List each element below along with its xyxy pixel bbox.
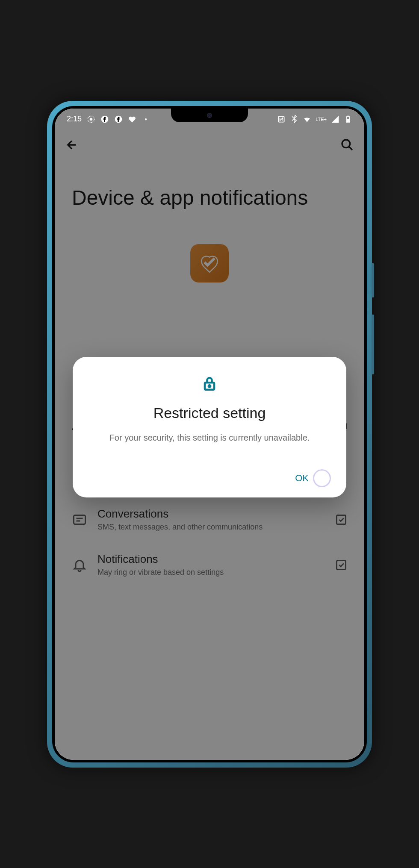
network-label: LTE+ bbox=[316, 117, 327, 122]
facebook-icon bbox=[100, 115, 109, 124]
heart-icon bbox=[128, 115, 136, 124]
battery-icon bbox=[344, 115, 352, 124]
svg-point-14 bbox=[209, 385, 210, 387]
lock-icon bbox=[88, 374, 331, 393]
screen: 2:15 ● bbox=[55, 109, 364, 760]
touch-indicator bbox=[313, 469, 331, 487]
clock: 2:15 bbox=[67, 115, 82, 124]
svg-point-1 bbox=[90, 118, 93, 121]
front-camera bbox=[207, 113, 212, 118]
signal-icon bbox=[331, 115, 339, 124]
ok-button[interactable]: OK bbox=[295, 473, 309, 484]
phone-inner: 2:15 ● bbox=[52, 106, 367, 762]
dialog-message: For your security, this setting is curre… bbox=[88, 432, 331, 444]
screenshot-icon bbox=[87, 115, 95, 124]
svg-rect-7 bbox=[347, 119, 349, 123]
power-button bbox=[372, 315, 374, 374]
nfc-icon bbox=[277, 115, 286, 124]
dot-icon: ● bbox=[142, 115, 150, 124]
notch bbox=[171, 109, 248, 122]
bluetooth-icon bbox=[290, 115, 298, 124]
restricted-setting-dialog: Restricted setting For your security, th… bbox=[73, 357, 346, 497]
phone-frame: 2:15 ● bbox=[47, 101, 372, 768]
dialog-title: Restricted setting bbox=[88, 405, 331, 421]
volume-button bbox=[372, 263, 374, 297]
svg-rect-6 bbox=[347, 115, 348, 116]
wifi-icon bbox=[303, 115, 311, 124]
facebook-icon-2 bbox=[114, 115, 123, 124]
